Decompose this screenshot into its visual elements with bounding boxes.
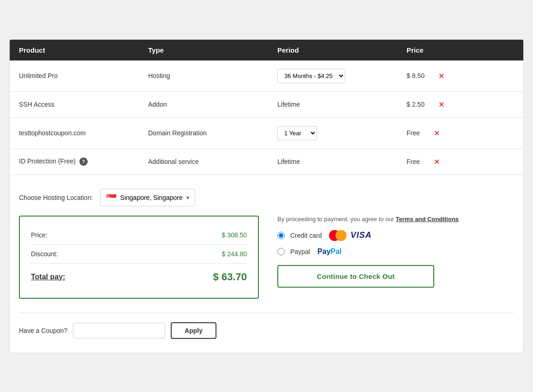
discount-amount: $ 244.80 xyxy=(222,250,247,258)
apply-button[interactable]: Apply xyxy=(171,322,216,339)
credit-card-label[interactable]: Credit card xyxy=(290,232,322,239)
header-price: Price xyxy=(407,46,514,54)
product-type: Hosting xyxy=(148,72,277,79)
price-label: Price: xyxy=(31,231,48,239)
main-content: Price: $ 308.50 Discount: $ 244.80 Total… xyxy=(19,216,514,299)
table-row: ID Protection (Free) ? Additional servic… xyxy=(10,149,523,175)
credit-card-option: Credit card VISA xyxy=(277,230,514,241)
mastercard-icon xyxy=(329,230,347,241)
price-value: Free xyxy=(407,158,420,165)
total-label: Total pay: xyxy=(31,273,65,281)
total-row: Total pay: $ 63.70 xyxy=(31,264,247,289)
chevron-down-icon: ▾ xyxy=(186,194,189,201)
product-name: SSH Access xyxy=(19,101,148,108)
remove-icon[interactable]: ✕ xyxy=(438,100,444,109)
table-row: SSH Access Addon Lifetime $ 2.50 ✕ xyxy=(10,92,523,118)
period-cell: Lifetime xyxy=(277,101,407,108)
hosting-location-select[interactable]: 🇸🇬 Singapore, Singapore ▾ xyxy=(100,189,195,206)
header-period: Period xyxy=(277,46,407,54)
header-product: Product xyxy=(19,46,148,54)
table-header: Product Type Period Price xyxy=(10,40,523,60)
credit-card-logos: VISA xyxy=(329,230,371,241)
total-amount: $ 63.70 xyxy=(213,271,247,283)
discount-row: Discount: $ 244.80 xyxy=(31,245,247,264)
hosting-location-label: Choose Hosting Location: xyxy=(19,194,93,201)
paypal-radio[interactable] xyxy=(277,248,285,255)
price-cell: Free ✕ xyxy=(407,129,514,138)
coupon-input[interactable] xyxy=(73,323,165,338)
paypal-label[interactable]: Paypal xyxy=(290,248,310,255)
price-value: $ 2.50 xyxy=(407,101,425,108)
product-name: Unlimited Pro xyxy=(19,72,148,79)
visa-icon: VISA xyxy=(350,230,371,240)
remove-icon[interactable]: ✕ xyxy=(434,157,440,166)
period-cell: Lifetime xyxy=(277,158,407,165)
price-value: $ 8.50 xyxy=(407,72,425,79)
coupon-section: Have a Coupon? Apply xyxy=(19,313,514,339)
product-name: ID Protection (Free) ? xyxy=(19,157,148,166)
product-type: Addon xyxy=(148,101,277,108)
payment-section: By proceeding to payment, you agree to o… xyxy=(277,216,514,288)
terms-text: By proceeding to payment, you agree to o… xyxy=(277,216,514,223)
price-row: Price: $ 308.50 xyxy=(31,226,247,245)
product-name: testtophostcoupon.com xyxy=(19,129,148,137)
period-cell: 1 Year 2 Years 3 Years xyxy=(277,126,407,140)
discount-label: Discount: xyxy=(31,250,58,258)
price-value: Free xyxy=(407,129,420,137)
product-type: Additional service xyxy=(148,158,277,165)
credit-card-radio[interactable] xyxy=(277,232,285,239)
header-type: Type xyxy=(148,46,277,54)
price-cell: $ 8.50 ✕ xyxy=(407,72,514,80)
product-type: Domain Registration xyxy=(148,129,277,137)
flag-icon: 🇸🇬 xyxy=(106,193,116,203)
period-select-domain[interactable]: 1 Year 2 Years 3 Years xyxy=(277,126,317,140)
price-summary-box: Price: $ 308.50 Discount: $ 244.80 Total… xyxy=(19,216,259,299)
price-cell: $ 2.50 ✕ xyxy=(407,100,514,109)
paypal-icon: PayPal xyxy=(317,247,341,256)
price-cell: Free ✕ xyxy=(407,157,514,166)
hosting-location-row: Choose Hosting Location: 🇸🇬 Singapore, S… xyxy=(19,189,514,206)
location-text: Singapore, Singapore xyxy=(120,194,182,201)
checkout-button[interactable]: Continue to Check Out xyxy=(277,265,434,288)
main-container: Product Type Period Price Unlimited Pro … xyxy=(9,39,524,353)
terms-link[interactable]: Terms and Conditions xyxy=(396,216,459,223)
table-row: testtophostcoupon.com Domain Registratio… xyxy=(10,118,523,149)
help-icon[interactable]: ? xyxy=(79,157,88,166)
bottom-section: Choose Hosting Location: 🇸🇬 Singapore, S… xyxy=(10,175,523,353)
coupon-label: Have a Coupon? xyxy=(19,327,67,334)
period-select-hosting[interactable]: 36 Months - $4.25 24 Months - $5.00 12 M… xyxy=(277,69,345,83)
remove-icon[interactable]: ✕ xyxy=(434,129,440,138)
paypal-option: Paypal PayPal xyxy=(277,247,514,256)
table-row: Unlimited Pro Hosting 36 Months - $4.25 … xyxy=(10,60,523,92)
remove-icon[interactable]: ✕ xyxy=(438,72,444,80)
paypal-logos: PayPal xyxy=(317,247,341,256)
price-amount: $ 308.50 xyxy=(222,231,247,239)
period-cell: 36 Months - $4.25 24 Months - $5.00 12 M… xyxy=(277,69,407,83)
